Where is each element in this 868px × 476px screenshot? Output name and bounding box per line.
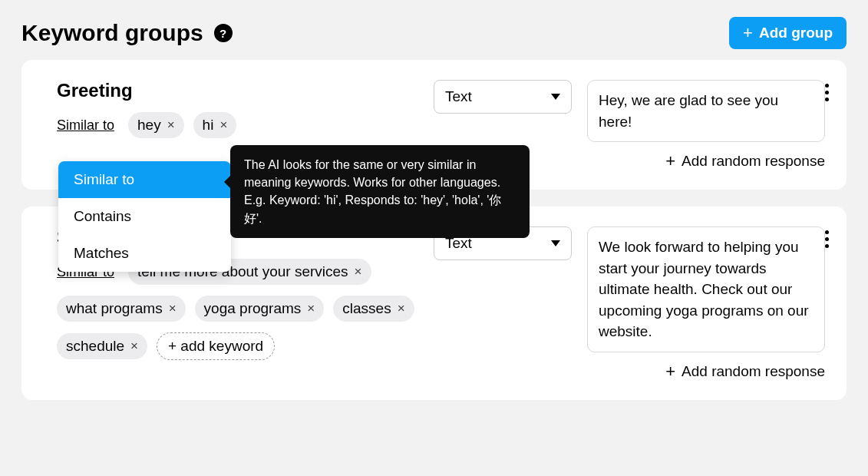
- group-title: Greeting: [57, 80, 418, 101]
- help-icon[interactable]: ?: [214, 24, 233, 42]
- more-options-button[interactable]: [819, 226, 834, 251]
- match-type-dropdown: Similar to Contains Matches: [58, 161, 231, 272]
- plus-icon: +: [665, 363, 675, 380]
- dropdown-option-similar-to[interactable]: Similar to: [58, 161, 231, 198]
- add-response-label: Add random response: [682, 363, 825, 380]
- plus-icon: +: [665, 153, 675, 170]
- remove-chip-icon[interactable]: ×: [307, 301, 315, 316]
- page-title-text: Keyword groups: [21, 20, 203, 46]
- add-random-response-button[interactable]: + Add random response: [587, 363, 825, 380]
- keyword-chip[interactable]: schedule ×: [57, 333, 147, 359]
- response-text[interactable]: We look forward to helping you start you…: [587, 226, 825, 352]
- add-random-response-button[interactable]: + Add random response: [587, 153, 825, 170]
- add-response-label: Add random response: [682, 153, 825, 170]
- add-group-button[interactable]: + Add group: [729, 17, 847, 49]
- response-type-select[interactable]: Text: [434, 80, 572, 114]
- chip-label: classes: [342, 300, 391, 317]
- remove-chip-icon[interactable]: ×: [219, 117, 227, 133]
- keyword-chip[interactable]: classes ×: [333, 296, 414, 322]
- keyword-chip[interactable]: what programs ×: [57, 296, 186, 322]
- plus-icon: +: [743, 25, 753, 41]
- remove-chip-icon[interactable]: ×: [398, 301, 405, 316]
- add-keyword-button[interactable]: + add keyword: [157, 332, 275, 360]
- remove-chip-icon[interactable]: ×: [130, 339, 138, 354]
- add-group-label: Add group: [759, 25, 833, 41]
- chevron-down-icon: [551, 94, 560, 100]
- keyword-chip[interactable]: hi ×: [193, 112, 237, 138]
- remove-chip-icon[interactable]: ×: [169, 301, 177, 316]
- chip-label: schedule: [66, 338, 124, 355]
- dropdown-option-matches[interactable]: Matches: [58, 235, 231, 272]
- chip-label: yoga programs: [204, 300, 302, 317]
- remove-chip-icon[interactable]: ×: [355, 264, 362, 279]
- chevron-down-icon: [551, 240, 560, 246]
- response-text[interactable]: Hey, we are glad to see you here!: [587, 80, 825, 142]
- dropdown-option-contains[interactable]: Contains: [58, 198, 231, 235]
- chip-label: what programs: [66, 300, 163, 317]
- keyword-chip[interactable]: yoga programs ×: [195, 296, 325, 322]
- chip-label: hi: [203, 117, 214, 134]
- page-title: Keyword groups ?: [21, 20, 233, 46]
- match-type-dropdown-trigger[interactable]: Similar to: [57, 117, 114, 134]
- select-value: Text: [445, 88, 472, 105]
- keyword-chip[interactable]: hey ×: [128, 112, 184, 138]
- more-options-button[interactable]: [819, 80, 834, 104]
- match-type-tooltip: The AI looks for the same or very simila…: [230, 145, 530, 238]
- remove-chip-icon[interactable]: ×: [167, 117, 175, 133]
- chip-label: hey: [137, 117, 161, 134]
